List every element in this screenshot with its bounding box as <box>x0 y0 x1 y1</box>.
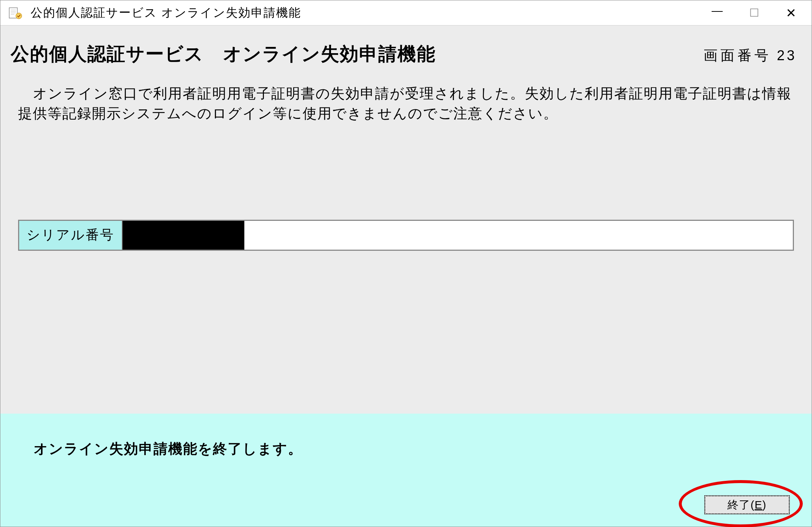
exit-button-suffix: ) <box>763 499 767 511</box>
exit-button[interactable]: 終了(E) <box>705 496 789 514</box>
serial-number-value <box>123 221 793 250</box>
close-icon[interactable] <box>783 5 799 21</box>
titlebar: 公的個人認証サービス オンライン失効申請機能 <box>0 0 812 25</box>
serial-number-label: シリアル番号 <box>19 221 123 250</box>
footer-panel: オンライン失効申請機能を終了します。 終了(E) <box>0 414 812 527</box>
exit-button-accel: E <box>754 499 762 511</box>
client-area: 公的個人認証サービス オンライン失効申請機能 画面番号 23 オンライン窓口で利… <box>0 25 812 527</box>
maximize-icon[interactable] <box>746 5 762 21</box>
application-window: 公的個人認証サービス オンライン失効申請機能 公的個人認証サービス オンライン失… <box>0 0 812 527</box>
svg-point-1 <box>16 13 22 19</box>
screen-number-label: 画面番号 <box>703 48 771 63</box>
page-title: 公的個人認証サービス オンライン失効申請機能 <box>11 42 703 66</box>
screen-number-value: 23 <box>777 48 797 63</box>
info-message: オンライン窓口で利用者証明用電子証明書の失効申請が受理されました。失効した利用者… <box>0 66 812 124</box>
minimize-icon[interactable] <box>709 5 725 21</box>
window-title: 公的個人認証サービス オンライン失効申請機能 <box>31 5 709 21</box>
exit-button-wrapper: 終了(E) <box>705 496 789 514</box>
screen-number: 画面番号 23 <box>703 46 797 65</box>
serial-number-field: シリアル番号 <box>18 220 794 251</box>
serial-number-redacted-block <box>123 221 244 250</box>
footer-message: オンライン失効申請機能を終了します。 <box>34 436 797 458</box>
page-header: 公的個人認証サービス オンライン失効申請機能 画面番号 23 <box>0 25 812 66</box>
exit-button-prefix: 終了( <box>727 499 754 511</box>
app-icon <box>8 6 23 20</box>
window-controls <box>709 5 808 21</box>
